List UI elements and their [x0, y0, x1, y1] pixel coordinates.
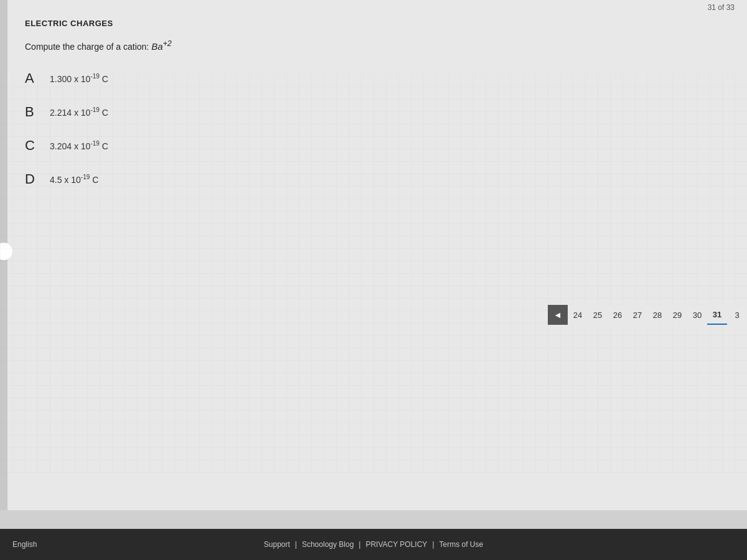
option-c[interactable]: C 3.204 x 10-19 C: [25, 138, 722, 154]
page-28[interactable]: 28: [647, 305, 667, 325]
pagination-prev-button[interactable]: ◄: [548, 305, 568, 325]
page-27[interactable]: 27: [627, 305, 647, 325]
option-d[interactable]: D 4.5 x 10-19 C: [25, 171, 722, 187]
footer-privacy-link[interactable]: PRIVACY POLICY: [365, 540, 427, 549]
page-26[interactable]: 26: [608, 305, 627, 325]
footer-sep-2: |: [359, 540, 360, 549]
page-32[interactable]: 3: [727, 305, 747, 325]
question-counter: 31 of 33: [708, 3, 735, 12]
page-30[interactable]: 30: [687, 305, 707, 325]
question-prompt: Compute the charge of a cation: Ba+2: [25, 39, 722, 52]
pagination-bar: ◄ 24 25 26 27 28 29 30 31 3: [548, 305, 747, 325]
footer-sep-1: |: [295, 540, 297, 549]
page-25[interactable]: 25: [588, 305, 608, 325]
grid-overlay: [0, 75, 747, 473]
footer-sep-3: |: [432, 540, 434, 549]
option-c-text: 3.204 x 10-19 C: [50, 140, 108, 151]
footer-language: English: [12, 540, 37, 549]
footer-terms-link[interactable]: Terms of Use: [439, 540, 484, 549]
option-b[interactable]: B 2.214 x 10-19 C: [25, 104, 722, 120]
option-a-text: 1.300 x 10-19 C: [50, 73, 108, 84]
option-a-letter: A: [25, 70, 50, 86]
option-d-text: 4.5 x 10-19 C: [50, 174, 98, 185]
footer-support-link[interactable]: Support: [264, 540, 290, 549]
option-c-letter: C: [25, 138, 50, 154]
page-24[interactable]: 24: [568, 305, 588, 325]
page-29[interactable]: 29: [667, 305, 687, 325]
option-b-letter: B: [25, 104, 50, 120]
prompt-prefix: Compute the charge of a cation:: [25, 42, 151, 52]
option-a[interactable]: A 1.300 x 10-19 C: [25, 70, 722, 86]
page-31-active[interactable]: 31: [707, 305, 727, 325]
selected-indicator: [0, 243, 12, 260]
main-content: 31 of 33 ELECTRIC CHARGES Compute the ch…: [0, 0, 747, 510]
footer: English Support | Schoology Blog | PRIVA…: [0, 529, 747, 560]
footer-schoology-link[interactable]: Schoology Blog: [302, 540, 354, 549]
formula: Ba+2: [151, 41, 172, 52]
option-b-text: 2.214 x 10-19 C: [50, 106, 108, 118]
question-title: ELECTRIC CHARGES: [25, 19, 722, 28]
option-d-letter: D: [25, 171, 50, 187]
